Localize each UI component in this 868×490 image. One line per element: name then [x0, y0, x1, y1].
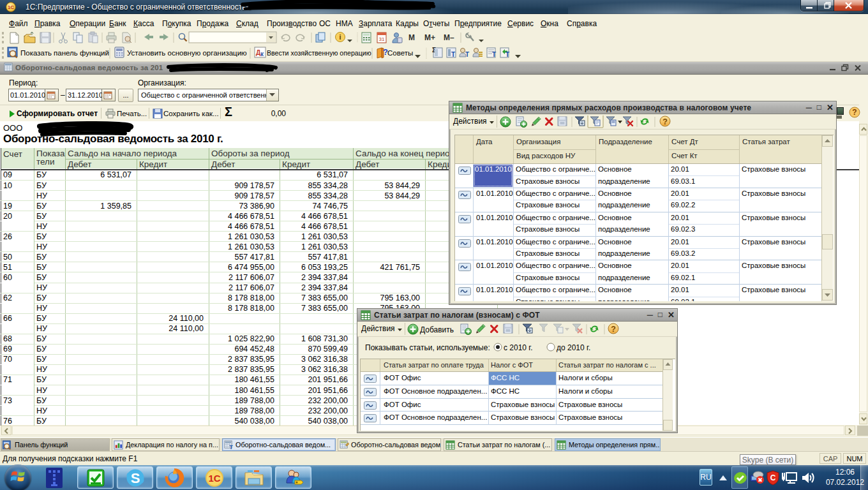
svg-text:Ввести хозяйственную операцию: Ввести хозяйственную операцию [267, 49, 371, 57]
svg-text:T: T [505, 51, 509, 58]
svg-text:T: T [492, 51, 496, 58]
svg-text:T: T [451, 51, 455, 58]
svg-text:x: x [759, 477, 762, 483]
svg-text:T: T [229, 444, 233, 450]
svg-text:Установить основную организаци: Установить основную организацию [127, 49, 247, 57]
svg-text:M–: M– [444, 33, 454, 42]
svg-text:S: S [130, 470, 140, 486]
svg-text:Советы: Советы [387, 49, 413, 57]
svg-text:31: 31 [379, 36, 385, 42]
svg-text:Показать панель функций: Показать панель функций [20, 49, 109, 57]
svg-text:?: ? [611, 325, 616, 334]
svg-text:1С: 1С [208, 473, 220, 484]
svg-text:?: ? [662, 117, 668, 126]
svg-text:M+: M+ [424, 33, 435, 42]
svg-text:i: i [339, 33, 341, 41]
svg-text:M: M [408, 33, 415, 42]
svg-text:T: T [465, 51, 469, 58]
svg-text:C: C [770, 473, 776, 482]
svg-text:?: ? [852, 108, 857, 117]
svg-text:Добавить: Добавить [420, 325, 454, 334]
